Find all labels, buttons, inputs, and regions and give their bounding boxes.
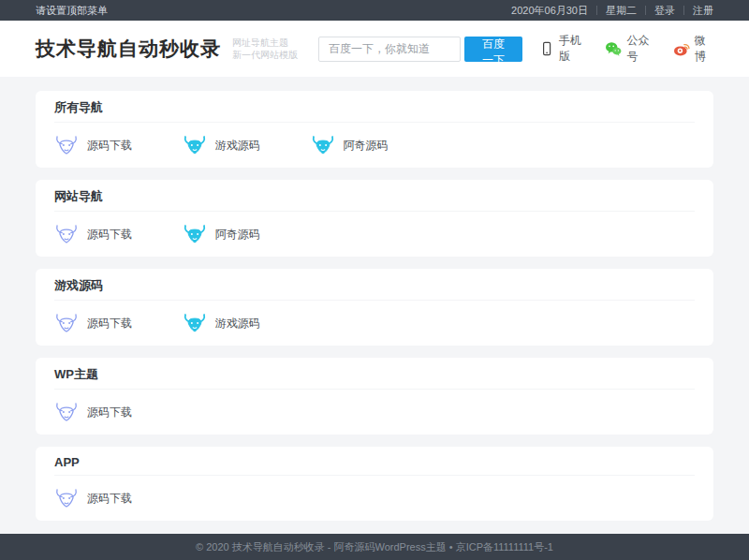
site-header: 技术导航自动秒收录 网址导航主题 新一代网站模版 百度一下 手机版 公众号 微博	[0, 21, 749, 77]
quick-link-label: 微博	[695, 33, 713, 65]
section-items: 源码下载	[54, 390, 695, 435]
topbar-menu-hint[interactable]: 请设置顶部菜单	[36, 4, 108, 18]
nav-section-game: 游戏源码 源码下载 游戏源码	[36, 269, 713, 346]
bull-filled-icon	[183, 133, 207, 157]
search-button[interactable]: 百度一下	[464, 37, 522, 62]
weibo-link[interactable]: 微博	[673, 33, 713, 65]
mobile-version-link[interactable]: 手机版	[539, 33, 588, 65]
login-link[interactable]: 登录	[646, 4, 683, 18]
section-title: WP主题	[54, 358, 695, 390]
nav-item-source-download[interactable]: 源码下载	[54, 222, 183, 246]
search-input[interactable]	[318, 37, 461, 62]
bull-outline-icon	[54, 486, 79, 510]
nav-item-aqi-source[interactable]: 阿奇源码	[183, 222, 311, 246]
section-items: 源码下载 游戏源码	[54, 301, 695, 346]
tagline-line2: 新一代网站模版	[232, 49, 298, 61]
nav-section-all: 所有导航 源码下载 游戏源码 阿奇源码	[36, 91, 713, 168]
nav-section-wp-theme: WP主题 源码下载	[36, 358, 713, 435]
bull-outline-icon	[54, 222, 79, 246]
bull-outline-icon	[54, 400, 79, 424]
mobile-icon	[539, 41, 554, 56]
nav-item-label: 阿奇源码	[215, 227, 260, 243]
bull-filled-icon	[183, 222, 207, 246]
nav-item-aqi-source[interactable]: 阿奇源码	[311, 133, 439, 157]
nav-item-source-download[interactable]: 源码下载	[54, 400, 183, 424]
section-title: 网站导航	[54, 180, 695, 212]
nav-item-game-source[interactable]: 游戏源码	[183, 133, 311, 157]
topbar-date: 2020年06月30日	[503, 4, 596, 18]
site-tagline: 网址导航主题 新一代网站模版	[232, 37, 298, 61]
topbar-weekday: 星期二	[597, 4, 645, 18]
nav-item-source-download[interactable]: 源码下载	[54, 133, 183, 157]
bull-filled-icon	[311, 133, 335, 157]
nav-item-label: 阿奇源码	[344, 138, 389, 154]
tagline-line1: 网址导航主题	[232, 37, 298, 49]
bull-outline-icon	[54, 133, 79, 157]
nav-item-label: 源码下载	[87, 227, 132, 243]
section-title: APP	[54, 447, 695, 476]
nav-item-label: 游戏源码	[215, 138, 260, 154]
nav-item-label: 源码下载	[87, 405, 132, 420]
nav-item-label: 源码下载	[87, 316, 132, 332]
nav-section-website: 网站导航 源码下载 阿奇源码	[36, 180, 713, 257]
wechat-official-link[interactable]: 公众号	[605, 33, 655, 65]
nav-item-label: 源码下载	[87, 138, 132, 154]
weibo-icon	[673, 40, 690, 57]
header-quick-links: 手机版 公众号 微博	[522, 33, 713, 65]
site-footer: © 2020 技术导航自动秒收录 - 阿奇源码WordPress主题 • 京IC…	[0, 534, 749, 560]
nav-item-source-download[interactable]: 源码下载	[54, 486, 183, 510]
bull-outline-icon	[54, 311, 79, 335]
main-content: 所有导航 源码下载 游戏源码 阿奇源码 网站导航 源码下载	[0, 77, 749, 534]
section-items: 源码下载	[54, 476, 695, 521]
search-box: 百度一下	[318, 37, 522, 62]
section-items: 源码下载 游戏源码 阿奇源码	[54, 123, 695, 168]
quick-link-label: 公众号	[626, 33, 655, 65]
copyright-text: © 2020 技术导航自动秒收录 - 阿奇源码WordPress主题 • 京IC…	[196, 540, 553, 554]
site-logo[interactable]: 技术导航自动秒收录	[36, 36, 221, 62]
section-title: 所有导航	[54, 91, 695, 123]
wechat-icon	[605, 40, 622, 57]
section-items: 源码下载 阿奇源码	[54, 212, 695, 257]
nav-item-source-download[interactable]: 源码下载	[54, 311, 183, 335]
bull-filled-icon	[183, 311, 207, 335]
nav-item-label: 源码下载	[87, 491, 132, 507]
topbar: 请设置顶部菜单 2020年06月30日 星期二 登录 注册	[0, 0, 749, 21]
nav-item-label: 游戏源码	[215, 316, 260, 332]
section-title: 游戏源码	[54, 269, 695, 301]
register-link[interactable]: 注册	[684, 4, 713, 18]
nav-item-game-source[interactable]: 游戏源码	[183, 311, 311, 335]
nav-section-app: APP 源码下载	[36, 447, 713, 521]
quick-link-label: 手机版	[559, 33, 588, 65]
topbar-right: 2020年06月30日 星期二 登录 注册	[503, 4, 713, 18]
